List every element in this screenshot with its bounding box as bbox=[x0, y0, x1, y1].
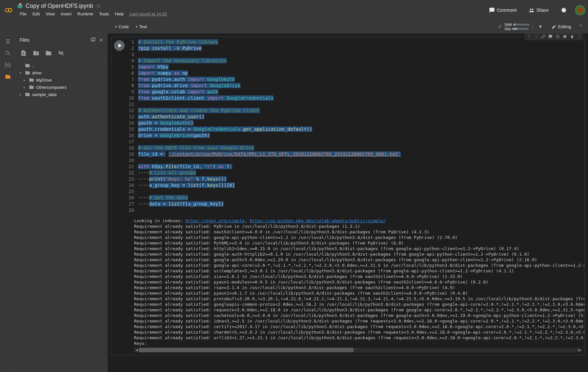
svg-point-3 bbox=[532, 9, 533, 10]
scroll-right-icon[interactable]: ▶ bbox=[577, 348, 582, 352]
tree-item-drive[interactable]: ▾drive bbox=[18, 69, 105, 76]
cell-settings-icon[interactable] bbox=[554, 33, 561, 40]
mirror-cell-icon[interactable] bbox=[561, 33, 568, 40]
colab-logo[interactable] bbox=[3, 4, 14, 16]
delete-cell-icon[interactable] bbox=[569, 33, 575, 40]
ram-disk-indicator[interactable]: RAM Disk bbox=[505, 23, 533, 31]
output-scrollbar[interactable]: ◀ ▶ bbox=[134, 348, 582, 352]
cell-output: Looking in indexes: https://pypi.org/sim… bbox=[111, 215, 584, 347]
tree-item-mydrive[interactable]: ▸MyDrive bbox=[18, 76, 105, 84]
mount-drive-icon[interactable] bbox=[45, 50, 52, 56]
tree-item-sampledata[interactable]: ▸sample_data bbox=[18, 91, 105, 98]
menu-help[interactable]: Help bbox=[112, 10, 127, 18]
notebook-title[interactable]: Copy of OpenHDF5.ipynb bbox=[26, 3, 93, 10]
tree-item-othercomputers[interactable]: ▸Othercomputers bbox=[18, 84, 105, 91]
scroll-left-icon[interactable]: ◀ bbox=[134, 348, 139, 352]
add-code-button[interactable]: + Code bbox=[112, 23, 132, 30]
drive-icon bbox=[17, 3, 23, 9]
connected-check-icon: ✓ bbox=[498, 24, 502, 30]
menu-runtime[interactable]: Runtime bbox=[75, 10, 96, 18]
svg-rect-13 bbox=[565, 35, 566, 38]
tree-item-parent[interactable]: .. bbox=[18, 62, 105, 69]
avatar[interactable] bbox=[575, 5, 585, 15]
toggle-hidden-icon[interactable] bbox=[58, 50, 64, 56]
runtime-dropdown-icon[interactable]: ▼ bbox=[535, 23, 546, 31]
star-icon[interactable]: ☆ bbox=[96, 2, 101, 10]
settings-icon[interactable] bbox=[557, 5, 570, 15]
svg-line-5 bbox=[9, 54, 10, 55]
add-comment-icon[interactable] bbox=[547, 33, 554, 40]
files-panel-title: Files bbox=[20, 37, 30, 43]
toggle-header-icon[interactable]: ^ bbox=[577, 23, 585, 31]
run-cell-button[interactable] bbox=[114, 40, 125, 51]
link-icon[interactable] bbox=[540, 33, 546, 40]
file-tree: .. ▾drive ▸MyDrive ▸Othercomputers ▸samp… bbox=[16, 60, 107, 100]
menu-file[interactable]: File bbox=[17, 10, 29, 18]
menu-edit[interactable]: Edit bbox=[30, 10, 42, 18]
menu-icon[interactable]: ☰ bbox=[5, 38, 11, 45]
refresh-icon[interactable] bbox=[33, 50, 39, 56]
search-icon[interactable] bbox=[5, 50, 11, 56]
svg-point-4 bbox=[6, 51, 9, 54]
menu-insert[interactable]: Insert bbox=[58, 10, 74, 18]
new-window-icon[interactable] bbox=[91, 37, 96, 43]
share-button[interactable]: Share bbox=[525, 5, 552, 15]
svg-point-11 bbox=[557, 36, 558, 37]
menu-view[interactable]: View bbox=[43, 10, 57, 18]
menu-bar: FileEditViewInsertRuntimeToolsHelpLast s… bbox=[17, 10, 486, 18]
close-panel-icon[interactable]: ✕ bbox=[99, 37, 103, 43]
more-icon[interactable]: ⋮ bbox=[576, 33, 582, 40]
add-text-button[interactable]: + Text bbox=[132, 23, 150, 30]
editing-button[interactable]: Editing bbox=[548, 23, 575, 30]
code-editor[interactable]: 1# Install the PyDrive library2!pip inst… bbox=[128, 37, 584, 215]
upload-file-icon[interactable] bbox=[20, 50, 27, 56]
last-saved[interactable]: Last saved at 14:30 bbox=[127, 10, 169, 18]
menu-tools[interactable]: Tools bbox=[96, 10, 112, 18]
move-up-icon[interactable]: ↑ bbox=[525, 33, 532, 40]
svg-point-2 bbox=[530, 9, 531, 10]
move-down-icon[interactable]: ↓ bbox=[533, 33, 539, 40]
comment-button[interactable]: Comment bbox=[486, 5, 520, 15]
svg-rect-12 bbox=[563, 35, 565, 38]
files-tab-icon[interactable] bbox=[5, 73, 11, 80]
variables-icon[interactable]: {x} bbox=[5, 62, 11, 68]
cell-toolbar: ↑ ↓ ⋮ bbox=[525, 33, 583, 40]
